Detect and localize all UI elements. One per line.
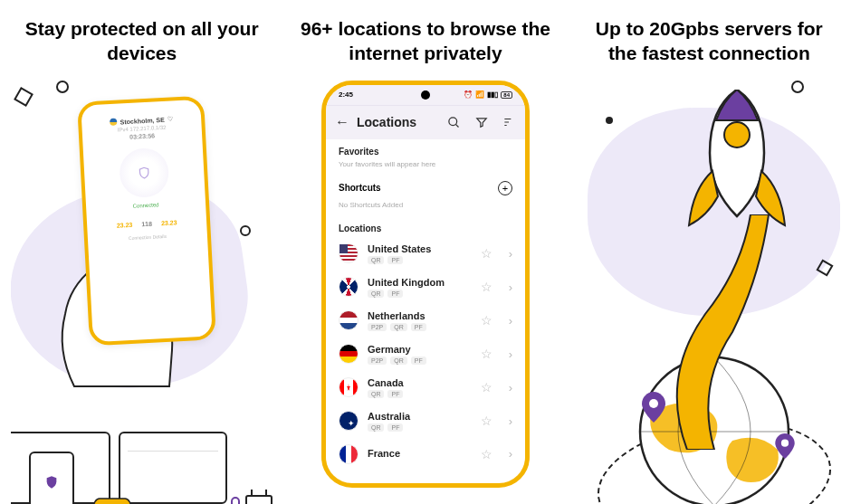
expand-chevron-button[interactable]: › [509,381,512,395]
decor-square-icon [14,87,33,107]
details-label: Connection Details [129,233,167,240]
location-row[interactable]: United Kingdom QRPF ☆ › [326,271,525,304]
locations-header: ← Locations [326,105,525,139]
devices-illustration: Stockholm, SE ♡ IPv4 172.217.0.1/32 03:2… [11,81,273,504]
location-tag: PF [387,390,403,398]
decor-dot-icon [606,117,613,124]
location-name: Canada [368,377,472,388]
shortcuts-section-label: Shortcuts [339,183,381,193]
search-button[interactable] [447,115,462,129]
location-row[interactable]: United States QRPF ☆ › [326,237,525,271]
uk-flag-icon [339,277,359,297]
connection-status: Connected [132,202,158,209]
ca-flag-icon [339,377,359,397]
server-location: Stockholm, SE [120,116,165,125]
decor-ring-icon [56,81,69,93]
location-tag: QR [368,390,385,398]
location-row[interactable]: Netherlands P2PQRPF ☆ › [326,304,525,338]
expand-chevron-button[interactable]: › [509,314,512,328]
battery-icon: 84 [501,91,512,99]
panel-devices: Stay protected on all your devices Stock… [0,0,283,504]
decor-ring-icon [240,225,251,236]
location-name: United States [368,243,472,254]
ping-stat: 118 [141,220,152,227]
shortcuts-hint: No Shortcuts Added [326,201,525,216]
location-tag: P2P [368,323,387,331]
phone-mockup: Stockholm, SE ♡ IPv4 172.217.0.1/32 03:2… [77,95,216,346]
location-tag: QR [368,423,385,432]
us-flag-icon [339,243,359,263]
panel-locations: 96+ locations to browse the internet pri… [283,0,567,504]
svg-point-5 [649,399,658,408]
expand-chevron-button[interactable]: › [509,281,512,294]
location-tag: QR [368,256,385,264]
location-row[interactable]: France ☆ › [326,438,525,471]
alarm-icon: ⏰ [464,90,473,99]
add-shortcut-button[interactable]: + [498,181,512,195]
wifi-icon: 📶 [475,90,484,99]
favorite-star-button[interactable]: ☆ [481,447,492,461]
favorite-star-button[interactable]: ☆ [481,347,492,361]
sort-icon [502,116,515,128]
upload-stat: 23.23 [161,219,177,226]
sort-button[interactable] [502,115,516,129]
locations-list: United States QRPF ☆ › United Kingdom QR… [326,237,525,471]
favorite-icon: ♡ [167,115,172,122]
expand-chevron-button[interactable]: › [509,247,512,261]
location-tag: QR [390,323,407,331]
de-flag-icon [339,344,359,364]
filter-icon [475,116,488,128]
location-tag: QR [368,290,385,298]
locations-section-label: Locations [326,216,525,237]
shield-icon [44,475,59,490]
favorite-star-button[interactable]: ☆ [481,246,492,261]
location-tag: P2P [368,357,387,365]
decor-ring-icon [791,81,804,93]
search-icon [447,116,461,129]
expand-chevron-button[interactable]: › [509,447,512,461]
svg-point-3 [449,117,457,125]
location-name: Germany [368,344,472,355]
fr-flag-icon [339,444,359,464]
location-row[interactable]: Germany P2PQRPF ☆ › [326,338,525,371]
download-stat: 23.23 [117,221,133,228]
phone-locations-mockup: 2:45 ⏰ 📶 ▮▮▯ 84 ← Locations Favorites Yo… [321,81,530,488]
gamepad-icon [92,495,132,504]
rocket-icon [687,90,787,234]
nl-flag-icon [339,310,359,330]
shield-icon [138,166,151,179]
screen-title: Locations [357,115,435,129]
expand-chevron-button[interactable]: › [509,414,512,428]
favorites-section-label: Favorites [326,139,525,160]
au-flag-icon [339,411,359,431]
location-tag: PF [387,256,403,264]
favorites-hint: Your favorites will appear here [326,160,525,176]
favorite-star-button[interactable]: ☆ [481,313,492,328]
panel-speed: Up to 20Gpbs servers for the fastest con… [568,0,851,504]
monitor-icon [119,432,227,504]
signal-icon: ▮▮▯ [487,90,498,99]
rocket-illustration [578,81,840,504]
back-button[interactable]: ← [335,114,349,130]
location-tag: PF [411,357,426,365]
location-tag: PF [387,290,403,298]
heading-devices: Stay protected on all your devices [15,16,269,66]
favorite-star-button[interactable]: ☆ [481,380,492,395]
location-tag: QR [390,357,407,365]
location-name: France [368,448,472,459]
router-icon [245,495,273,504]
connection-timer: 03:23:56 [129,132,155,139]
location-row[interactable]: Canada QRPF ☆ › [326,371,525,404]
filter-button[interactable] [474,115,489,129]
heading-locations: 96+ locations to browse the internet pri… [299,16,552,66]
location-name: United Kingdom [368,277,472,288]
svg-point-7 [724,122,750,147]
map-pin-icon [642,392,665,423]
status-time: 2:45 [339,90,353,99]
expand-chevron-button[interactable]: › [509,347,512,361]
location-name: Netherlands [368,310,472,321]
location-row[interactable]: Australia QRPF ☆ › [326,404,525,438]
favorite-star-button[interactable]: ☆ [481,414,492,428]
favorite-star-button[interactable]: ☆ [481,280,492,294]
lock-icon [227,497,244,504]
